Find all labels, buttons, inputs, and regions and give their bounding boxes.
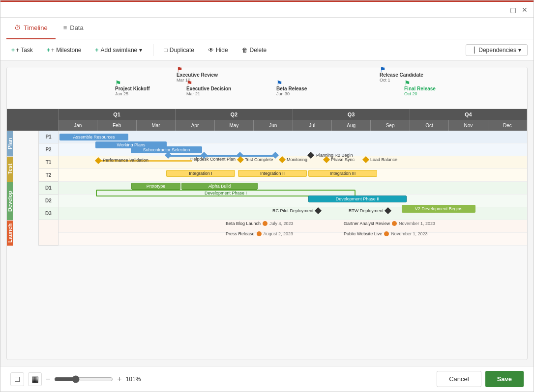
plus-icon: + xyxy=(11,47,15,54)
bars-overlay[interactable]: Assemble Resources Working Plans Subcont… xyxy=(59,131,527,246)
add-task-button[interactable]: + + Task xyxy=(6,45,38,56)
gantt-chart: Assemble Resources Working Plans Subcont… xyxy=(59,131,527,246)
bar-integration-2[interactable]: Integration II xyxy=(238,170,307,177)
public-website[interactable]: Public Website Live November 1, 2023 xyxy=(344,231,427,236)
bar-alpha-build[interactable]: Alpha Build xyxy=(181,183,258,190)
row-label-launch xyxy=(39,220,58,246)
month-nov: Nov xyxy=(449,120,488,131)
gartner-review[interactable]: Gartner Analyst Review November 1, 2023 xyxy=(344,221,435,226)
timeline-icon: ⏱ xyxy=(14,24,21,31)
zoom-icon-1[interactable]: □ xyxy=(10,372,24,386)
tab-data[interactable]: ≡ Data xyxy=(56,18,91,39)
month-jul: Jul xyxy=(293,120,332,131)
swimlane-body: Plan Test Develop Launch P1 P2 T1 T2 D1 … xyxy=(7,131,527,246)
month-feb: Feb xyxy=(97,120,136,131)
duplicate-icon: □ xyxy=(164,47,168,54)
bar-dev-phase-2[interactable]: Development Phase II xyxy=(308,196,407,202)
hide-button[interactable]: 👁 Hide xyxy=(203,45,233,56)
phase-sync[interactable]: Phase Sync xyxy=(324,157,355,162)
rc-pilot[interactable]: RC Pilot Deployment xyxy=(272,208,321,213)
delete-icon: 🗑 xyxy=(242,47,248,54)
swimlane-launch-label: Launch xyxy=(7,220,13,246)
swimlane-labels: Plan Test Develop Launch xyxy=(7,131,39,246)
row-label-t2: T2 xyxy=(39,169,58,182)
timeline-tab-label: Timeline xyxy=(24,24,48,31)
milestone-final-release: Final Release Oct 20 ⚑ xyxy=(404,86,436,96)
test-complete[interactable]: Test Complete xyxy=(238,157,273,162)
zoom-minus[interactable]: − xyxy=(46,375,50,384)
bar-integration-3[interactable]: Integration III xyxy=(308,170,377,177)
dependencies-icon: ⎪ xyxy=(472,47,476,54)
month-apr: Apr xyxy=(176,120,214,131)
press-release[interactable]: Press Release August 2, 2023 xyxy=(226,231,293,236)
bottom-bar: □ ▦ − + 101% Cancel Save xyxy=(0,366,534,392)
month-sep: Sep xyxy=(371,120,410,131)
load-balance[interactable]: Load Balance xyxy=(363,157,397,162)
row-label-p1: P1 xyxy=(39,131,58,143)
milestone-exec-review: Executive Review Mar 10 ⚑ xyxy=(177,72,218,83)
hide-icon: 👁 xyxy=(208,47,214,54)
beta-blog-launch[interactable]: Beta Blog Launch July 4, 2023 xyxy=(226,221,294,226)
action-buttons: Cancel Save xyxy=(437,371,524,387)
month-dec: Dec xyxy=(488,120,527,131)
monitoring[interactable]: Monitoring xyxy=(280,157,307,162)
timeline-container: Project Kickoff Jan 25 ⚑ Executive Revie… xyxy=(6,67,528,360)
quarter-q2: Q2 xyxy=(176,109,293,120)
rtw-deployment[interactable]: RTW Deployment xyxy=(349,208,390,213)
timeline-header: Q1 Q2 Q3 Q4 Jan Feb Mar Apr May Jun Jul … xyxy=(7,109,527,131)
chevron-down-icon: ▾ xyxy=(518,47,521,54)
milestone-release-candidate: Release Candidate Oct 1 ⚑ xyxy=(380,72,423,83)
month-mar: Mar xyxy=(137,120,176,131)
month-jun: Jun xyxy=(254,120,293,131)
plus-icon-milestone: + xyxy=(47,47,50,54)
swimlane-test-label: Test xyxy=(7,156,13,182)
quarter-q4: Q4 xyxy=(410,109,527,120)
add-swimlane-button[interactable]: + Add swimlane ▾ xyxy=(90,45,147,56)
month-may: May xyxy=(215,120,254,131)
close-button[interactable]: ✕ xyxy=(520,5,530,15)
bar-prototype[interactable]: Prototype xyxy=(131,183,180,190)
row-labels: P1 P2 T1 T2 D1 D2 D3 xyxy=(39,131,59,246)
duplicate-button[interactable]: □ Duplicate xyxy=(159,45,199,56)
milestone-project-kickoff: Project Kickoff Jan 25 ⚑ xyxy=(115,86,150,96)
month-jan: Jan xyxy=(59,120,97,131)
row-label-p2: P2 xyxy=(39,143,58,156)
add-milestone-button[interactable]: + + Milestone xyxy=(42,45,87,56)
minimize-button[interactable]: ▢ xyxy=(508,5,518,15)
quarter-q3: Q3 xyxy=(293,109,410,120)
toolbar: + + Task + + Milestone + Add swimlane ▾ … xyxy=(0,39,534,61)
row-label-d2: D2 xyxy=(39,195,58,207)
milestone-beta-release: Beta Release Jun 30 ⚑ xyxy=(276,86,307,96)
zoom-controls: □ ▦ − + 101% xyxy=(10,372,144,386)
helpdesk-content-plan[interactable]: Helpdesk Content Plan xyxy=(166,153,274,157)
milestone-exec-decision: Executive Decision Mar 21 ⚑ xyxy=(186,86,231,96)
bar-assemble-resources[interactable]: Assemble Resources xyxy=(59,134,128,140)
month-oct: Oct xyxy=(410,120,449,131)
delete-button[interactable]: 🗑 Delete xyxy=(237,45,272,56)
zoom-plus[interactable]: + xyxy=(117,375,121,384)
zoom-icon-2[interactable]: ▦ xyxy=(28,372,42,386)
title-bar: ▢ ✕ xyxy=(0,2,534,18)
milestones-area: Project Kickoff Jan 25 ⚑ Executive Revie… xyxy=(7,67,527,109)
cancel-button[interactable]: Cancel xyxy=(437,371,481,387)
plus-icon-swimlane: + xyxy=(95,47,99,54)
data-tab-label: Data xyxy=(70,24,83,31)
row-label-d3: D3 xyxy=(39,207,58,220)
bar-perf-validation[interactable]: Performance Validation xyxy=(96,157,192,164)
swimlane-plan-label: Plan xyxy=(7,131,13,156)
save-button[interactable]: Save xyxy=(485,371,524,387)
swimlane-develop-label: Develop xyxy=(7,182,13,220)
month-header-row: Jan Feb Mar Apr May Jun Jul Aug Sep Oct … xyxy=(59,120,527,131)
bar-integration-1[interactable]: Integration I xyxy=(166,170,235,177)
quarter-header-row: Q1 Q2 Q3 Q4 xyxy=(59,109,527,120)
dependencies-button[interactable]: ⎪ Dependencies ▾ xyxy=(466,44,528,56)
tab-timeline[interactable]: ⏱ Timeline xyxy=(6,18,56,39)
bar-subcontractor[interactable]: Subcontractor Selection xyxy=(131,146,202,153)
month-aug: Aug xyxy=(332,120,371,131)
data-icon: ≡ xyxy=(63,24,67,31)
content-area: Project Kickoff Jan 25 ⚑ Executive Revie… xyxy=(0,61,534,366)
zoom-value: 101% xyxy=(126,376,144,383)
row-label-t1: T1 xyxy=(39,156,58,169)
zoom-slider[interactable] xyxy=(54,375,113,383)
bar-v2-dev[interactable]: V2 Development Begins xyxy=(402,205,475,213)
